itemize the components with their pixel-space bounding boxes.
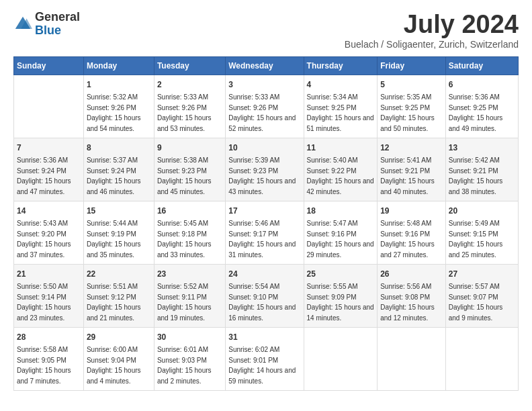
day-number: 4 [307, 79, 375, 91]
calendar-cell: 24Sunrise: 5:54 AMSunset: 9:10 PMDayligh… [226, 264, 304, 327]
cell-sunrise: Sunrise: 6:00 AM [87, 346, 138, 353]
cell-daylight: Daylight: 15 hours and 2 minutes. [157, 367, 212, 385]
weekday-header-sunday: Sunday [14, 56, 84, 75]
calendar-cell: 8Sunrise: 5:37 AMSunset: 9:24 PMDaylight… [83, 138, 154, 201]
cell-daylight: Daylight: 15 hours and 25 minutes. [449, 240, 503, 259]
cell-sunset: Sunset: 9:15 PM [449, 230, 498, 238]
cell-sunrise: Sunrise: 5:37 AM [87, 156, 138, 164]
day-number: 3 [228, 79, 300, 91]
cell-sunset: Sunset: 9:24 PM [17, 167, 66, 175]
cell-sunset: Sunset: 9:11 PM [157, 293, 207, 301]
day-number: 15 [87, 205, 151, 217]
calendar-cell [445, 327, 518, 390]
day-number: 16 [157, 205, 222, 217]
calendar-week-row: 28Sunrise: 5:58 AMSunset: 9:05 PMDayligh… [14, 327, 519, 390]
calendar-cell: 10Sunrise: 5:39 AMSunset: 9:23 PMDayligh… [226, 138, 304, 201]
cell-sunset: Sunset: 9:22 PM [307, 167, 357, 175]
cell-daylight: Daylight: 15 hours and 38 minutes. [449, 177, 503, 195]
logo-blue-text: Blue [35, 24, 80, 38]
cell-sunset: Sunset: 9:14 PM [17, 293, 66, 301]
calendar-week-row: 7Sunrise: 5:36 AMSunset: 9:24 PMDaylight… [14, 138, 519, 201]
cell-sunset: Sunset: 9:09 PM [307, 293, 357, 301]
cell-sunset: Sunset: 9:18 PM [157, 230, 207, 238]
cell-daylight: Daylight: 15 hours and 31 minutes. [228, 240, 296, 259]
calendar-cell: 17Sunrise: 5:46 AMSunset: 9:17 PMDayligh… [226, 201, 304, 264]
cell-sunrise: Sunrise: 5:52 AM [157, 283, 208, 290]
logo-text: General Blue [35, 11, 80, 38]
cell-daylight: Daylight: 15 hours and 49 minutes. [449, 114, 503, 132]
cell-daylight: Daylight: 15 hours and 43 minutes. [228, 177, 296, 195]
calendar-cell: 20Sunrise: 5:49 AMSunset: 9:15 PMDayligh… [445, 201, 518, 264]
cell-daylight: Daylight: 15 hours and 16 minutes. [228, 304, 296, 322]
cell-sunrise: Sunrise: 5:46 AM [228, 220, 279, 227]
cell-daylight: Daylight: 15 hours and 27 minutes. [380, 240, 435, 259]
cell-daylight: Daylight: 15 hours and 40 minutes. [380, 177, 435, 195]
day-number: 12 [380, 142, 443, 154]
cell-sunrise: Sunrise: 5:49 AM [449, 220, 500, 227]
calendar-cell: 4Sunrise: 5:34 AMSunset: 9:25 PMDaylight… [304, 75, 378, 138]
cell-daylight: Daylight: 15 hours and 29 minutes. [307, 240, 374, 259]
cell-sunrise: Sunrise: 5:45 AM [157, 220, 208, 227]
day-number: 25 [307, 268, 375, 280]
cell-sunrise: Sunrise: 5:35 AM [380, 93, 431, 101]
calendar-cell [378, 327, 446, 390]
calendar-cell: 14Sunrise: 5:43 AMSunset: 9:20 PMDayligh… [14, 201, 84, 264]
cell-sunrise: Sunrise: 5:40 AM [307, 156, 358, 164]
calendar-cell: 25Sunrise: 5:55 AMSunset: 9:09 PMDayligh… [304, 264, 378, 327]
cell-sunset: Sunset: 9:23 PM [228, 167, 278, 175]
cell-sunset: Sunset: 9:26 PM [228, 104, 278, 111]
weekday-header-friday: Friday [378, 56, 446, 75]
cell-sunrise: Sunrise: 5:33 AM [228, 93, 279, 101]
cell-daylight: Daylight: 14 hours and 59 minutes. [228, 367, 296, 385]
cell-daylight: Daylight: 15 hours and 51 minutes. [307, 114, 374, 132]
day-number: 28 [17, 331, 81, 343]
calendar-cell [14, 75, 84, 138]
title-area: July 2024 Buelach / Soligaenter, Zurich,… [345, 11, 519, 50]
day-number: 1 [87, 79, 151, 91]
cell-sunrise: Sunrise: 5:43 AM [17, 220, 68, 227]
calendar-cell: 6Sunrise: 5:36 AMSunset: 9:25 PMDaylight… [445, 75, 518, 138]
weekday-header-wednesday: Wednesday [226, 56, 304, 75]
cell-sunset: Sunset: 9:21 PM [449, 167, 498, 175]
cell-sunset: Sunset: 9:08 PM [380, 293, 430, 301]
logo-general-text: General [35, 11, 80, 24]
cell-daylight: Daylight: 15 hours and 33 minutes. [157, 240, 212, 259]
cell-daylight: Daylight: 15 hours and 45 minutes. [157, 177, 212, 195]
calendar-cell: 27Sunrise: 5:57 AMSunset: 9:07 PMDayligh… [445, 264, 518, 327]
cell-daylight: Daylight: 15 hours and 53 minutes. [157, 114, 212, 132]
cell-sunset: Sunset: 9:01 PM [228, 357, 278, 364]
cell-daylight: Daylight: 15 hours and 47 minutes. [17, 177, 71, 195]
cell-sunrise: Sunrise: 5:51 AM [87, 283, 138, 290]
day-number: 29 [87, 331, 151, 343]
cell-sunset: Sunset: 9:24 PM [87, 167, 136, 175]
day-number: 27 [449, 268, 515, 280]
day-number: 21 [17, 268, 81, 280]
calendar-cell: 2Sunrise: 5:33 AMSunset: 9:26 PMDaylight… [154, 75, 225, 138]
cell-daylight: Daylight: 15 hours and 42 minutes. [307, 177, 374, 195]
cell-sunrise: Sunrise: 5:36 AM [449, 93, 500, 101]
day-number: 6 [449, 79, 515, 91]
cell-daylight: Daylight: 15 hours and 12 minutes. [380, 304, 435, 322]
calendar-cell [304, 327, 378, 390]
cell-sunrise: Sunrise: 5:54 AM [228, 283, 279, 290]
cell-sunset: Sunset: 9:04 PM [87, 357, 136, 364]
calendar-cell: 16Sunrise: 5:45 AMSunset: 9:18 PMDayligh… [154, 201, 225, 264]
day-number: 20 [449, 205, 515, 217]
day-number: 26 [380, 268, 443, 280]
cell-sunset: Sunset: 9:16 PM [380, 230, 430, 238]
cell-sunrise: Sunrise: 5:42 AM [449, 156, 500, 164]
day-number: 2 [157, 79, 222, 91]
day-number: 30 [157, 331, 222, 343]
day-number: 19 [380, 205, 443, 217]
cell-sunset: Sunset: 9:05 PM [17, 357, 66, 364]
calendar-cell: 29Sunrise: 6:00 AMSunset: 9:04 PMDayligh… [83, 327, 154, 390]
cell-sunset: Sunset: 9:20 PM [17, 230, 66, 238]
calendar-cell: 23Sunrise: 5:52 AMSunset: 9:11 PMDayligh… [154, 264, 225, 327]
cell-daylight: Daylight: 15 hours and 50 minutes. [380, 114, 435, 132]
cell-daylight: Daylight: 15 hours and 37 minutes. [17, 240, 71, 259]
calendar-cell: 7Sunrise: 5:36 AMSunset: 9:24 PMDaylight… [14, 138, 84, 201]
weekday-header-tuesday: Tuesday [154, 56, 225, 75]
day-number: 11 [307, 142, 375, 154]
cell-sunset: Sunset: 9:03 PM [157, 357, 207, 364]
calendar-table: SundayMondayTuesdayWednesdayThursdayFrid… [13, 56, 519, 391]
